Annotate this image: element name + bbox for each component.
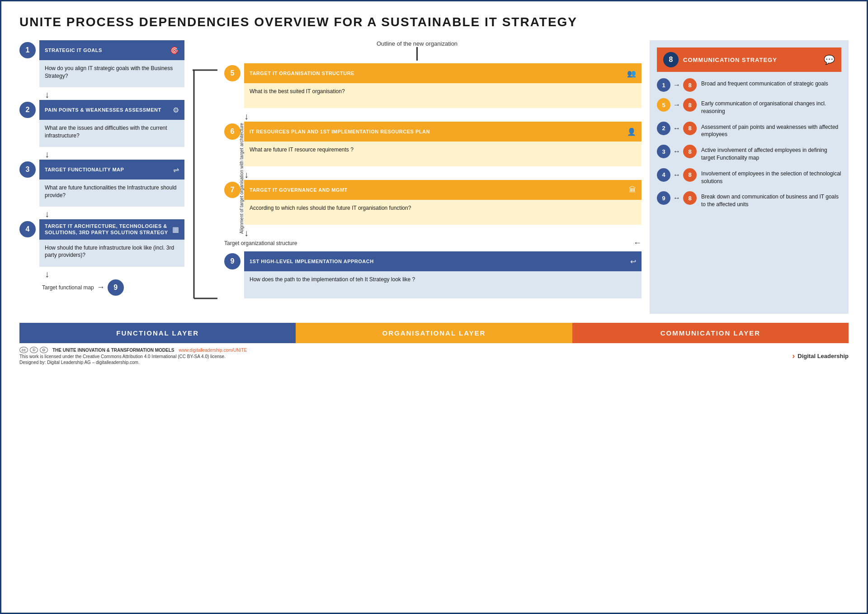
unite-label: THE UNITE INNOVATION & TRANSFORMATION MO… <box>52 348 174 353</box>
arrow-2-8: ↔ <box>673 124 680 132</box>
cnum-3-right: 8 <box>683 122 697 135</box>
cnum-1-left: 1 <box>657 78 670 92</box>
comm-text-3: Assessment of pain points and weaknesses… <box>701 122 841 139</box>
comm-nums-5: 4 ↔ 8 <box>657 168 697 182</box>
step-5-number: 5 <box>224 65 241 81</box>
step-3-body: What are future functionalities the Infr… <box>39 179 184 207</box>
cnum-2-right: 8 <box>683 98 697 112</box>
step-9-block: 9 1ST HIGH-LEVEL IMPLEMENTATION APPROACH… <box>224 251 642 298</box>
comm-header-number: 8 <box>663 52 679 67</box>
comm-header-icon: 💬 <box>824 54 835 65</box>
step-1-content: STRATEGIC IT GOALS 🎯 How do you align IT… <box>39 40 184 87</box>
step-9-body: How does the path to the implementation … <box>244 271 642 298</box>
arrow-2-3: ↓ <box>19 150 184 159</box>
step-5-icon: 👥 <box>627 69 636 78</box>
step-2-body: What are the issues and difficulties wit… <box>39 120 184 147</box>
connector-outline-5 <box>416 47 418 61</box>
step-5-body: What is the best suited IT organisation? <box>244 83 642 108</box>
footer-url: www.digitalleadership.com/UNITE <box>179 348 247 353</box>
alignment-label: Alignment of target organisation with ta… <box>239 143 244 234</box>
step-4-content: TARGET IT ARCHITECTURE, TECHNOLOGIES & S… <box>39 219 184 267</box>
comm-item-5: 4 ↔ 8 Involvement of employees in the se… <box>657 168 841 185</box>
step-3-header: TARGET FUNCTIONALITY MAP ⇌ <box>39 160 184 179</box>
comm-text-1: Broad and frequent communication of stra… <box>701 78 841 88</box>
cnum-5-left: 4 <box>657 168 670 182</box>
comm-nums-3: 2 ↔ 8 <box>657 122 697 135</box>
arrow-3-8: ↔ <box>673 147 680 156</box>
comm-header: 8 COMMUNICATION STRATEGY 💬 <box>657 47 841 72</box>
step-9-title: 1ST HIGH-LEVEL IMPLEMENTATION APPROACH <box>250 258 374 264</box>
page-title: UNITE PROCESS DEPENDENCIES OVERVIEW FOR … <box>19 15 849 29</box>
arrow-to-9: → <box>97 283 105 292</box>
step-7-icon: 🏛 <box>629 186 636 194</box>
step-2-number: 2 <box>19 102 36 118</box>
step-3-content: TARGET FUNCTIONALITY MAP ⇌ What are futu… <box>39 160 184 207</box>
comm-nums-2: 5 → 8 <box>657 98 697 112</box>
arrow-4-8: ↔ <box>673 171 680 179</box>
step-7-header: TARGET IT GOVERNANCE AND MGMT 🏛 <box>244 180 642 200</box>
content-area: 1 STRATEGIC IT GOALS 🎯 How do you align … <box>19 40 849 314</box>
digital-leadership-brand: › Digital Leadership <box>792 351 849 361</box>
step-4-body: How should the future infrastructure loo… <box>39 240 184 267</box>
comm-header-title: COMMUNICATION STRATEGY <box>683 57 777 63</box>
comm-item-4: 3 ↔ 8 Active involvement of affected emp… <box>657 145 841 162</box>
cnum-4-left: 3 <box>657 145 670 158</box>
step-5-block: 5 TARGET IT ORGANISATION STRUCTURE 👥 Wha… <box>224 63 642 108</box>
brand-name: Digital Leadership <box>797 353 849 359</box>
chevron-icon: › <box>792 351 795 361</box>
step-7-block: 7 TARGET IT GOVERNANCE AND MGMT 🏛 Accord… <box>224 180 642 225</box>
step-9-icon: ↩ <box>630 257 636 266</box>
cnum-5-right: 8 <box>683 168 697 182</box>
target-functional-map-label: Target functional map <box>42 284 94 291</box>
cnum-6-right: 8 <box>683 191 697 205</box>
step-2-header: PAIN POINTS & WEAKNESSES ASSESSMENT ⚙ <box>39 100 184 120</box>
functional-layer-block: FUNCTIONAL LAYER <box>19 323 296 343</box>
cnum-6-left: 9 <box>657 191 670 205</box>
step-9-circle-left: 9 <box>108 279 124 296</box>
cnum-1-right: 8 <box>683 78 697 92</box>
comm-nums-1: 1 → 8 <box>657 78 697 92</box>
cc-icons: cc ① ⊖ <box>19 347 48 353</box>
step-6-title: IT RESOURCES PLAN AND 1ST IMPLEMENTATION… <box>250 128 430 135</box>
arrow-1-2: ↓ <box>19 90 184 99</box>
outline-label: Outline of the new organization <box>377 40 458 47</box>
step-1-body: How do you align IT strategic goals with… <box>39 60 184 87</box>
target-org-structure-label: Target organizational structure <box>224 240 297 246</box>
step-1-title: STRATEGIC IT GOALS <box>45 47 102 53</box>
step-4-icon: ▦ <box>172 225 179 234</box>
step-3-number: 3 <box>19 161 36 178</box>
arrow-3-4: ↓ <box>19 209 184 218</box>
step-4-header: TARGET IT ARCHITECTURE, TECHNOLOGIES & S… <box>39 219 184 240</box>
arrow-5-6: ↓ <box>224 112 642 121</box>
step-6-header: IT RESOURCES PLAN AND 1ST IMPLEMENTATION… <box>244 122 642 142</box>
step-2-content: PAIN POINTS & WEAKNESSES ASSESSMENT ⚙ Wh… <box>39 100 184 147</box>
step-1-header: STRATEGIC IT GOALS 🎯 <box>39 40 184 60</box>
step-1-block: 1 STRATEGIC IT GOALS 🎯 How do you align … <box>19 40 184 87</box>
step-3-block: 3 TARGET FUNCTIONALITY MAP ⇌ What are fu… <box>19 160 184 207</box>
step-3-title: TARGET FUNCTIONALITY MAP <box>45 166 124 173</box>
step-3-icon: ⇌ <box>173 165 179 174</box>
comm-layer-block: COMMUNICATION LAYER <box>572 323 849 343</box>
comm-nums-4: 3 ↔ 8 <box>657 145 697 158</box>
step-7-number: 7 <box>224 182 241 198</box>
footer-designed-by: Designed by: Digital Leadership AG – dig… <box>19 360 247 365</box>
step-2-block: 2 PAIN POINTS & WEAKNESSES ASSESSMENT ⚙ … <box>19 100 184 147</box>
comm-text-4: Active involvement of affected employees… <box>701 145 841 162</box>
step-9-number: 9 <box>224 253 241 269</box>
step-5-title: TARGET IT ORGANISATION STRUCTURE <box>250 70 354 76</box>
cnum-4-right: 8 <box>683 145 697 158</box>
org-layer-block: ORGANISATIONAL LAYER <box>296 323 572 343</box>
step-6-body: What are future IT resource requirements… <box>244 142 642 166</box>
step-6-icon: 👤 <box>627 128 636 136</box>
arrow-6-7: ↓ <box>224 170 642 179</box>
arrow-7-9: ↓ <box>224 228 642 237</box>
step-7-title: TARGET IT GOVERNANCE AND MGMT <box>250 187 348 193</box>
cnum-3-left: 2 <box>657 122 670 135</box>
step-7-body: According to which rules should the futu… <box>244 200 642 225</box>
functional-column: 1 STRATEGIC IT GOALS 🎯 How do you align … <box>19 40 184 314</box>
communication-column: 8 COMMUNICATION STRATEGY 💬 1 → 8 Broad a… <box>650 40 849 314</box>
comm-text-5: Involvement of employees in the selectio… <box>701 168 841 185</box>
arrow-4-9: ↓ <box>19 269 184 279</box>
arrow-5-8: → <box>673 101 680 109</box>
step-2-icon: ⚙ <box>173 106 179 114</box>
